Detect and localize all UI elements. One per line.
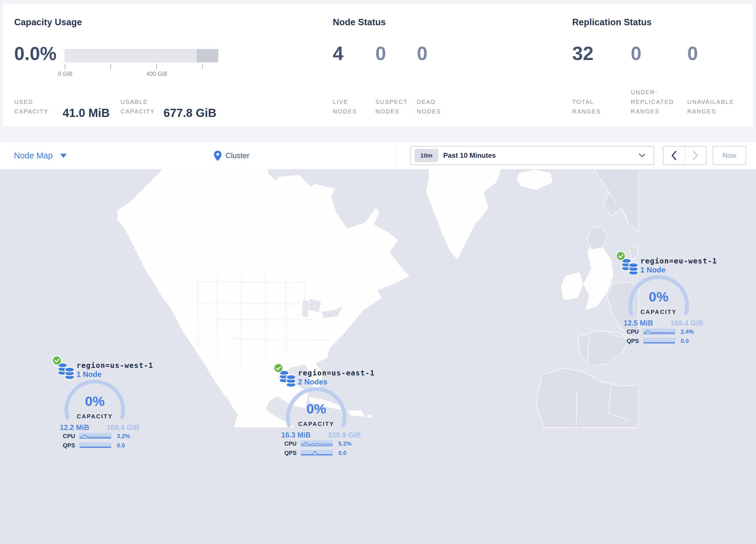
suspect-nodes-label: SUSPECT NODES (375, 97, 409, 116)
world-map[interactable]: region=us-west-1 1 Node 0% CAPACITY 12.2… (0, 169, 756, 544)
capacity-percent: 0.0% (14, 44, 57, 63)
region-used-capacity: 12.5 MiB (614, 319, 663, 327)
qps-sparkline (301, 450, 333, 456)
capacity-usage-title: Capacity Usage (14, 17, 82, 28)
qps-label: QPS (612, 338, 639, 345)
now-button[interactable]: Now (713, 146, 746, 165)
chevron-left-icon (671, 151, 677, 160)
gauge-tick-label: 400 GiB (146, 70, 167, 77)
healthy-check-icon (616, 251, 626, 261)
gauge-tick (202, 64, 203, 69)
capacity-word: CAPACITY (270, 421, 363, 427)
chevron-down-icon (60, 154, 67, 158)
chevron-down-icon (639, 153, 646, 157)
breadcrumb-label: Cluster (226, 151, 249, 160)
suspect-nodes-count: 0 (375, 44, 386, 63)
region-capacity-percent: 0% (612, 289, 705, 305)
time-range-selector[interactable]: 10m Past 10 Minutes (410, 146, 654, 165)
region-label[interactable]: region=eu-west-1 (640, 257, 717, 265)
total-ranges-count: 32 (572, 44, 593, 63)
cpu-value: 5.2% (338, 440, 352, 447)
cpu-sparkline (79, 433, 112, 439)
gauge-tick (110, 64, 111, 69)
cpu-row: CPU 5.2% (270, 440, 366, 447)
unavailable-label: UNAVAILABLE RANGES (687, 97, 734, 116)
cpu-row: CPU 3.2% (48, 433, 144, 439)
cpu-value: 3.2% (117, 433, 130, 440)
qps-row: QPS 0.0 (48, 442, 144, 449)
node-map-page: Capacity Usage 0.0% 0 GiB 400 GiB USED C… (0, 0, 756, 544)
region-marker-us-west-1[interactable]: region=us-west-1 1 Node 0% CAPACITY 12.2… (48, 355, 144, 452)
gauge-tick-label: 0 GiB (58, 70, 72, 77)
dead-nodes-label: DEAD NODES (417, 97, 446, 116)
region-usable-capacity: 338.9 GiB (320, 431, 369, 439)
region-marker-us-east-1[interactable]: region=us-east-1 2 Nodes 0% CAPACITY 16.… (270, 362, 366, 460)
chevron-right-icon (693, 151, 698, 160)
time-range-label: Past 10 Minutes (443, 146, 496, 164)
node-status-title: Node Status (333, 17, 386, 28)
qps-value: 0.0 (338, 450, 346, 456)
view-selector-label: Node Map (14, 151, 53, 160)
under-replicated-count: 0 (631, 44, 641, 63)
qps-sparkline (79, 442, 112, 448)
region-capacity-percent: 0% (48, 393, 141, 409)
capacity-gauge-dark-segment (197, 49, 218, 62)
used-capacity-value: 41.0 MiB (63, 106, 110, 120)
gauge-tick (65, 64, 65, 69)
region-capacity-percent: 0% (270, 401, 363, 417)
region-usable-capacity: 169.4 GiB (662, 319, 711, 327)
dead-nodes-count: 0 (417, 44, 428, 63)
time-range-badge: 10m (415, 149, 438, 162)
usable-capacity-value: 677.8 GiB (163, 106, 216, 120)
time-prev-button[interactable] (664, 146, 685, 164)
live-nodes-count: 4 (333, 44, 344, 63)
cpu-label: CPU (48, 433, 75, 440)
cpu-label: CPU (612, 329, 639, 335)
region-used-capacity: 12.2 MiB (50, 423, 99, 432)
cpu-row: CPU 2.4% (612, 329, 708, 335)
capacity-gauge-bar: 0 GiB 400 GiB (65, 49, 218, 62)
cpu-sparkline (301, 440, 333, 447)
gauge-tick (156, 64, 157, 69)
replication-status-title: Replication Status (572, 17, 652, 28)
map-toolbar: Node Map Cluster 10m Past 10 Minutes (0, 141, 756, 170)
total-ranges-label: TOTAL RANGES (572, 97, 604, 116)
cluster-stats-card: Capacity Usage 0.0% 0 GiB 400 GiB USED C… (2, 3, 754, 127)
time-next-button[interactable] (685, 146, 706, 164)
unavailable-count: 0 (687, 44, 698, 63)
healthy-check-icon (273, 363, 283, 373)
cpu-label: CPU (270, 440, 297, 447)
region-marker-eu-west-1[interactable]: region=eu-west-1 1 Node 0% CAPACITY 12.5… (612, 250, 708, 348)
cpu-sparkline (643, 329, 675, 335)
under-replicated-label: UNDER-REPLICATED RANGES (631, 88, 677, 116)
capacity-word: CAPACITY (48, 413, 141, 420)
capacity-word: CAPACITY (612, 309, 705, 316)
map-pin-icon (214, 150, 221, 161)
breadcrumb[interactable]: Cluster (214, 142, 249, 169)
qps-row: QPS 0.0 (270, 450, 366, 456)
region-used-capacity: 16.3 MiB (271, 431, 321, 439)
qps-value: 0.0 (117, 442, 125, 449)
region-label[interactable]: region=us-east-1 (298, 369, 375, 377)
usable-capacity-label: USABLE CAPACITY (121, 97, 161, 116)
live-nodes-label: LIVE NODES (333, 97, 362, 116)
used-capacity-label: USED CAPACITY (14, 97, 53, 116)
qps-label: QPS (270, 450, 297, 456)
qps-row: QPS 0.0 (612, 338, 708, 344)
cpu-value: 2.4% (681, 329, 694, 335)
qps-sparkline (643, 338, 675, 344)
qps-label: QPS (48, 442, 75, 449)
healthy-check-icon (52, 356, 62, 366)
view-selector-dropdown[interactable]: Node Map (14, 142, 67, 169)
region-label[interactable]: region=us-west-1 (77, 361, 153, 370)
region-usable-capacity: 169.4 GiB (98, 423, 148, 432)
toolbar-divider (395, 145, 396, 166)
qps-value: 0.0 (681, 338, 689, 345)
time-pager (663, 146, 706, 165)
